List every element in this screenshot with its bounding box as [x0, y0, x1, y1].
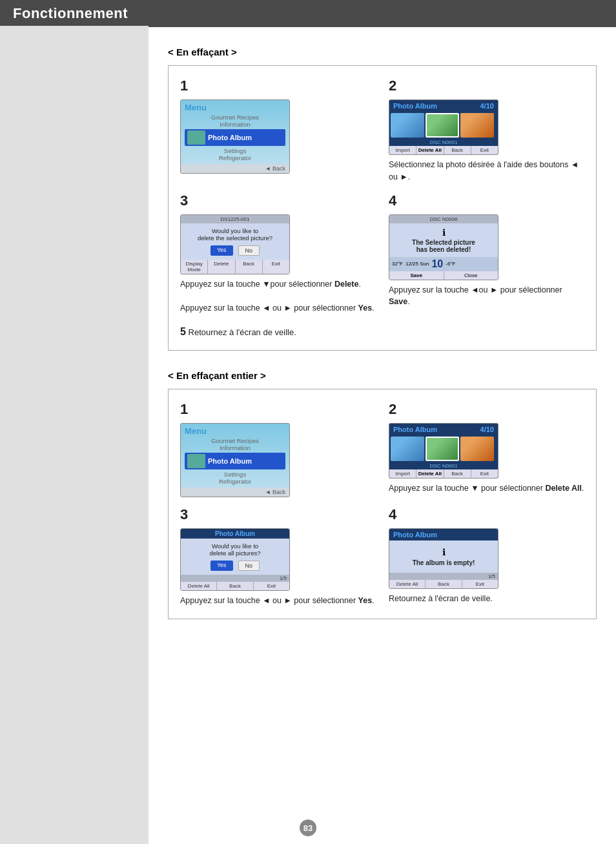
weather-date: 12/25 Sun [406, 261, 429, 267]
notif-text: The Selected picturehas been deleted! [395, 239, 493, 253]
s2-ebar-delete-all: Delete All [389, 580, 426, 588]
wbtn-close: Close [444, 271, 498, 280]
section1-box: 1 Menu Gourmet Recipes Information Photo… [168, 65, 597, 351]
s2-menu-gourmet: Gourmet Recipes [185, 437, 285, 444]
s2-step2-desc: Appuyez sur la touche ▼ pour sélectionne… [389, 482, 584, 495]
dialog-top-label: DS1225-001 [181, 215, 289, 223]
s2-btn-import: Import [389, 469, 416, 478]
s2-album-bottom-bar: Import Delete All Back Exit [389, 469, 498, 478]
btn-back: Back [444, 146, 471, 154]
photo-thumb-2 [426, 113, 459, 138]
s2-photo-label: DSC N0001 [389, 462, 498, 469]
photo-thumb-3 [460, 113, 494, 138]
s2-btn-back: Back [444, 469, 471, 478]
step5-num: 5 [180, 326, 186, 337]
page-number: 83 [300, 819, 316, 836]
step5-text: Retournez à l'écran de veille. [189, 327, 296, 337]
step1-num: 1 [180, 77, 376, 94]
s2-empty-body: ℹ The album is empty! [389, 540, 498, 573]
weather-bar-btns: Save Close [389, 271, 498, 280]
weather-bar: 32°F 12/25 Sun 10 -6°F [389, 257, 498, 271]
btn-delete-all: Delete All [416, 146, 444, 154]
dialog-yes: Yes [210, 245, 233, 256]
btn-exit: Exit [471, 146, 498, 154]
step2-desc: Sélectionnez la photo désirée à l'aide d… [389, 159, 584, 183]
s2-album-title-label: Photo Album [393, 426, 437, 433]
s2-album-photos-row [389, 435, 498, 462]
album-header: Photo Album 4/10 [389, 100, 498, 112]
section1-title: < En effaçant > [168, 46, 597, 57]
btn-import: Import [389, 146, 416, 154]
menu-item-fridge: Refrigerator [185, 154, 285, 161]
section1-step3: 3 DS1225-001 Would you like todelete the… [180, 192, 376, 314]
wbtn-save: Save [389, 271, 444, 280]
page-header: Fonctionnement [0, 0, 616, 27]
s2-step4-empty-screen: Photo Album ℹ The album is empty! 1/5 De… [389, 528, 498, 589]
weather-big-temp: 10 [431, 258, 443, 270]
album-bottom-bar: Import Delete All Back Exit [389, 146, 498, 154]
menu-item-gourmet: Gourmet Recipes [185, 114, 285, 121]
dbar-exit: Exit [263, 260, 289, 274]
step2-num: 2 [389, 77, 584, 94]
s2-menu-title: Menu [181, 424, 289, 436]
back-bar: ◄ Back [181, 164, 289, 173]
s2-photo-thumb-1 [391, 437, 424, 461]
dialog-no: No [238, 245, 260, 256]
s2-dialog-no: No [238, 561, 260, 571]
s2-step2-num: 2 [389, 401, 584, 418]
s2-empty-text: The album is empty! [395, 559, 493, 566]
left-sidebar [0, 26, 149, 844]
s2-menu-info: Information [185, 444, 285, 451]
s2-dbar-exit: Exit [254, 582, 289, 590]
s2-photo-thumb-3 [460, 437, 494, 461]
section1-steps-grid: 1 Menu Gourmet Recipes Information Photo… [180, 77, 584, 338]
s2-btn-exit: Exit [471, 469, 498, 478]
section1-step5: 5 Retournez à l'écran de veille. [180, 326, 584, 339]
album-counter: 4/10 [480, 102, 494, 110]
s2-dialog-top: Photo Album [181, 529, 289, 539]
dialog-bar: Display Mode Delete Back Exit [181, 260, 289, 274]
s2-step1-num: 1 [180, 401, 376, 418]
s2-menu-settings: Settings [185, 471, 285, 478]
s2-step3-screen: Photo Album Would you like todelete all … [180, 528, 290, 591]
s2-step4-desc: Retournez à l'écran de veille. [389, 593, 584, 605]
step3-desc: Appuyez sur la touche ▼pour sélectionner… [180, 278, 376, 314]
s2-dbar-delete-all: Delete All [181, 582, 217, 590]
dbar-back: Back [236, 260, 263, 274]
s2-dialog-text: Would you like todelete all pictures? [186, 542, 284, 557]
s2-ebar-exit: Exit [462, 580, 498, 588]
section2-step4: 4 Photo Album ℹ The album is empty! 1/5 … [389, 506, 584, 607]
section2-step2: 2 Photo Album 4/10 DSC N0001 Import Del [389, 401, 584, 497]
step1-menu-screen: Menu Gourmet Recipes Information Photo A… [180, 99, 290, 174]
menu-item-album: Photo Album [185, 129, 285, 146]
main-content: < En effaçant > 1 Menu Gourmet Recipes I… [149, 27, 616, 652]
dialog-body: Would you like todelete the selected pic… [181, 223, 289, 260]
section1-step1: 1 Menu Gourmet Recipes Information Photo… [180, 77, 376, 183]
step4-notif-screen: DSC N0006 ℹ The Selected picturehas been… [389, 214, 498, 280]
dialog-buttons: Yes No [186, 245, 284, 256]
s2-empty-title: Photo Album [393, 531, 437, 539]
s2-album-label: Photo Album [208, 457, 252, 465]
s2-dialog-bar: Delete All Back Exit [181, 582, 289, 590]
section2-box: 1 Menu Gourmet Recipes Information Photo… [168, 389, 597, 619]
s2-menu-items: Gourmet Recipes Information Photo Album … [181, 436, 289, 488]
step3-num: 3 [180, 192, 376, 209]
s2-ebar-back: Back [426, 580, 462, 588]
step2-album-screen: Photo Album 4/10 DSC N0001 Import Delete… [389, 99, 498, 155]
s2-step2-album-screen: Photo Album 4/10 DSC N0001 Import Delete… [389, 423, 498, 479]
album-photos-row [389, 112, 498, 139]
notif-icon: ℹ [395, 227, 493, 238]
step4-num: 4 [389, 192, 584, 209]
s2-btn-delete-all: Delete All [416, 469, 444, 478]
section2-step1: 1 Menu Gourmet Recipes Information Photo… [180, 401, 376, 497]
menu-item-album-label: Photo Album [208, 134, 252, 141]
s2-album-counter: 4/10 [480, 426, 494, 433]
section2-steps-grid: 1 Menu Gourmet Recipes Information Photo… [180, 401, 584, 607]
menu-title: Menu [181, 100, 289, 112]
photo-thumb-1 [391, 113, 424, 138]
step3-dialog-screen: DS1225-001 Would you like todelete the s… [180, 214, 290, 274]
dbar-display: Display Mode [181, 260, 208, 274]
s2-dialog-yes: Yes [210, 561, 233, 571]
s2-empty-bar: Delete All Back Exit [389, 580, 498, 588]
dialog-text: Would you like todelete the selected pic… [186, 227, 284, 242]
